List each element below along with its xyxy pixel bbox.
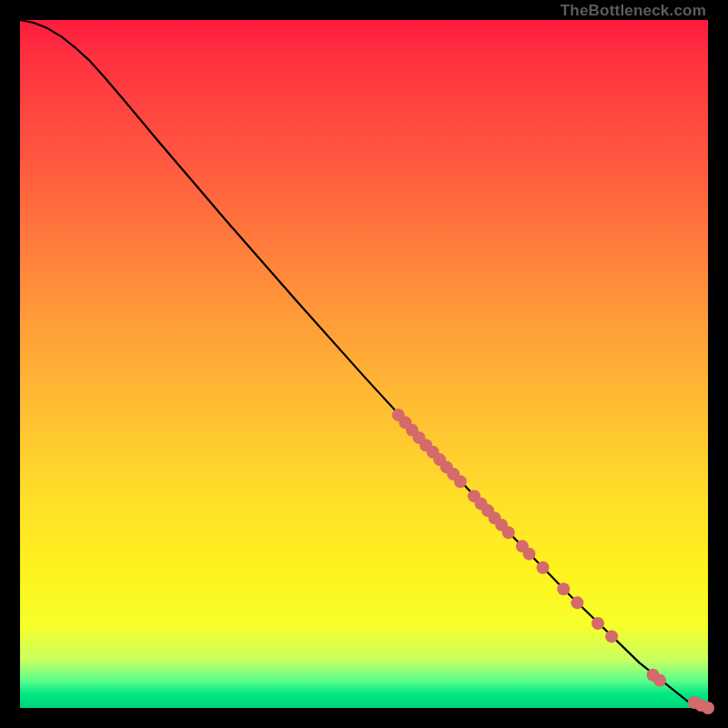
marker-dot bbox=[454, 475, 467, 488]
marker-dot bbox=[605, 630, 618, 642]
marker-dot bbox=[702, 702, 714, 714]
marker-dot bbox=[557, 582, 570, 595]
marker-dot bbox=[502, 526, 515, 539]
chart-svg bbox=[20, 20, 708, 708]
bottleneck-curve bbox=[20, 20, 708, 708]
marker-dot bbox=[537, 561, 550, 574]
watermark-text: TheBottleneck.com bbox=[561, 2, 706, 20]
curve-highlight-dots bbox=[392, 409, 714, 714]
marker-dot bbox=[653, 674, 666, 687]
chart-frame: TheBottleneck.com bbox=[0, 0, 728, 728]
marker-dot bbox=[522, 548, 535, 561]
marker-dot bbox=[571, 596, 583, 609]
marker-dot bbox=[592, 617, 604, 630]
